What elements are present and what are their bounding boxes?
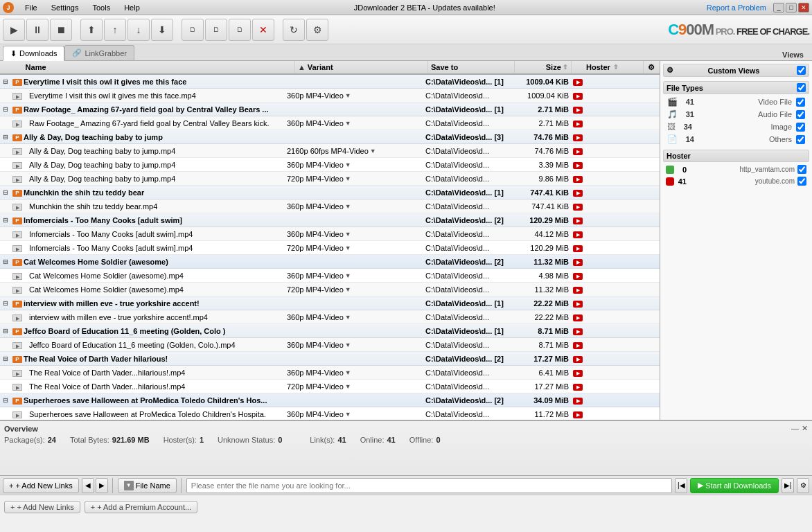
th-size[interactable]: Size ⇧ — [515, 61, 572, 73]
custom-views-checkbox[interactable] — [797, 66, 806, 75]
table-row[interactable]: ⊟ P Everytime I visit this owl it gives … — [0, 75, 660, 89]
table-row[interactable]: ▶ Ally & Day, Dog teaching baby to jump.… — [0, 158, 660, 172]
refresh-button[interactable]: ↻ — [283, 19, 305, 41]
overview-minimize-icon[interactable]: — — [791, 424, 799, 433]
th-saveto[interactable]: Save to — [428, 61, 515, 73]
image-checkbox[interactable] — [796, 123, 805, 132]
hoster-row-youtube: 41 youtube.com — [663, 175, 809, 187]
next-result-button[interactable]: ▶| — [782, 478, 794, 493]
expand-icon[interactable]: ⊟ — [0, 106, 11, 113]
scroll-left-button[interactable]: ◀ — [82, 478, 94, 493]
expand-icon[interactable]: ⊟ — [0, 300, 11, 307]
table-row[interactable]: ⊟ P Raw Footage_ Amazing 67-yard field g… — [0, 103, 660, 116]
tab-downloads[interactable]: ⬇ Downloads — [3, 46, 64, 61]
table-row[interactable]: ▶ Cat Welcomes Home Soldier (awesome).mp… — [0, 269, 660, 283]
table-row[interactable]: ▶ Infomercials - Too Many Cooks [adult s… — [0, 241, 660, 255]
table-row[interactable]: ⊟ P Cat Welcomes Home Soldier (awesome) … — [0, 255, 660, 269]
expand-icon[interactable]: ⊟ — [0, 328, 11, 335]
new2-button[interactable]: 🗋 — [205, 19, 227, 41]
table-row[interactable]: ▶ The Real Voice of Darth Vader...hilari… — [0, 366, 660, 380]
yt-icon: ▶ — [572, 91, 584, 100]
table-row[interactable]: ▶ The Real Voice of Darth Vader...hilari… — [0, 380, 660, 393]
expand-icon[interactable]: ⊟ — [0, 397, 11, 404]
logo-pro: PRO. — [714, 26, 734, 37]
add-premium-button[interactable]: + + Add a Premium Account... — [85, 501, 197, 513]
settings-button[interactable]: ⚙ — [306, 19, 328, 41]
table-row[interactable]: ⊟ P Ally & Day, Dog teaching baby to jum… — [0, 130, 660, 144]
th-hoster[interactable]: Hoster ⇧ — [583, 61, 644, 73]
move-top-button[interactable]: ⬆ — [80, 19, 103, 41]
stat-packages: Package(s): 24 — [4, 436, 56, 444]
gear-icon[interactable]: ⚙ — [667, 66, 673, 75]
hoster1-checkbox[interactable] — [797, 165, 806, 174]
file-thumb: ▶ — [11, 272, 24, 280]
table-row[interactable]: ▶ Everytime I visit this owl it gives me… — [0, 89, 660, 103]
table-row[interactable]: ⊟ P Superheroes save Halloween at ProMed… — [0, 393, 660, 407]
table-row[interactable]: ▶ Ally & Day, Dog teaching baby to jump.… — [0, 172, 660, 186]
th-name[interactable]: Name — [23, 61, 295, 73]
menu-tools[interactable]: Tools — [89, 3, 113, 12]
th-settings[interactable]: ⚙ — [644, 61, 660, 73]
scroll-right-button[interactable]: ▶ — [96, 478, 108, 493]
audio-checkbox[interactable] — [796, 110, 805, 119]
table-row[interactable]: ⊟ P Jeffco Board of Education 11_6 meeti… — [0, 324, 660, 338]
more-options-button[interactable]: ⚙ — [797, 478, 809, 493]
yt-icon: ▶ — [572, 271, 584, 280]
table-row[interactable]: ⊟ P interview with millen eve - true yor… — [0, 296, 660, 310]
filetypes-checkbox[interactable] — [797, 83, 806, 92]
video-checkbox[interactable] — [796, 98, 805, 107]
move-bottom-button[interactable]: ⬇ — [151, 19, 173, 41]
table-row[interactable]: ⊟ P Munchkin the shih tzu teddy bear C:\… — [0, 186, 660, 200]
menu-help[interactable]: Help — [121, 3, 143, 12]
pkg-icon: P — [11, 215, 24, 224]
play-button[interactable]: ▶ — [3, 19, 25, 41]
overview-close-icon[interactable]: ✕ — [802, 424, 808, 433]
table-body: ⊟ P Everytime I visit this owl it gives … — [0, 75, 660, 420]
add-links-status-button[interactable]: + + Add New Links — [4, 501, 80, 513]
add-new-links-button[interactable]: + + Add New Links — [3, 478, 79, 493]
expand-icon[interactable]: ⊟ — [0, 78, 11, 85]
report-problem-link[interactable]: Report a Problem — [707, 3, 766, 12]
packages-val: 24 — [48, 436, 56, 444]
plus-icon2: + — [91, 503, 95, 511]
sort-options-button[interactable]: ▼ File Name — [118, 478, 177, 493]
hoster2-checkbox[interactable] — [797, 177, 806, 186]
delete-button[interactable]: ✕ — [252, 19, 274, 41]
table-row[interactable]: ▶ interview with millen eve - true yorks… — [0, 310, 660, 324]
th-variant[interactable]: ▲ Variant — [295, 61, 428, 73]
search-input[interactable] — [186, 478, 672, 493]
pause-button[interactable]: ⏸ — [26, 19, 48, 41]
stop-button[interactable]: ⏹ — [50, 19, 72, 41]
table-row[interactable]: ▶ Jeffco Board of Education 11_6 meeting… — [0, 338, 660, 352]
move-up-button[interactable]: ↑ — [104, 19, 126, 41]
maximize-button[interactable]: □ — [786, 3, 797, 12]
table-row[interactable]: ⊟ P The Real Voice of Darth Vader hilari… — [0, 352, 660, 366]
table-row[interactable]: ▶ Cat Welcomes Home Soldier (awesome).mp… — [0, 283, 660, 296]
table-row[interactable]: ▶ Superheroes save Halloween at ProMedic… — [0, 407, 660, 420]
expand-icon[interactable]: ⊟ — [0, 258, 11, 265]
expand-icon[interactable]: ⊟ — [0, 189, 11, 196]
yt-icon: ▶ — [572, 188, 584, 197]
table-row[interactable]: ▶ Raw Footage_ Amazing 67-yard field goa… — [0, 116, 660, 130]
minimize-button[interactable]: _ — [773, 3, 784, 12]
close-button[interactable]: ✕ — [798, 3, 809, 12]
new3-button[interactable]: 🗋 — [229, 19, 251, 41]
menu-file[interactable]: File — [22, 3, 40, 12]
tab-linkgrabber[interactable]: 🔗 LinkGrabber — [64, 45, 134, 60]
expand-icon[interactable]: ⊟ — [0, 217, 11, 224]
file-name: The Real Voice of Darth Vader...hilariou… — [24, 382, 284, 391]
prev-result-button[interactable]: |◀ — [675, 478, 687, 493]
file-thumb: ▶ — [11, 119, 24, 127]
table-row[interactable]: ▶ Infomercials - Too Many Cooks [adult s… — [0, 227, 660, 241]
new1-button[interactable]: 🗋 — [182, 19, 204, 41]
pkg-icon: P — [11, 396, 24, 405]
others-checkbox[interactable] — [796, 135, 805, 144]
table-row[interactable]: ⊟ P Infomercials - Too Many Cooks [adult… — [0, 213, 660, 227]
expand-icon[interactable]: ⊟ — [0, 355, 11, 362]
table-row[interactable]: ▶ Munchkin the shih tzu teddy bear.mp4 3… — [0, 200, 660, 213]
expand-icon[interactable]: ⊟ — [0, 134, 11, 141]
move-down-button[interactable]: ↓ — [127, 19, 150, 41]
start-all-downloads-button[interactable]: ▶ Start all Downloads — [690, 478, 779, 493]
table-row[interactable]: ▶ Ally & Day, Dog teaching baby to jump.… — [0, 144, 660, 158]
menu-settings[interactable]: Settings — [48, 3, 82, 12]
